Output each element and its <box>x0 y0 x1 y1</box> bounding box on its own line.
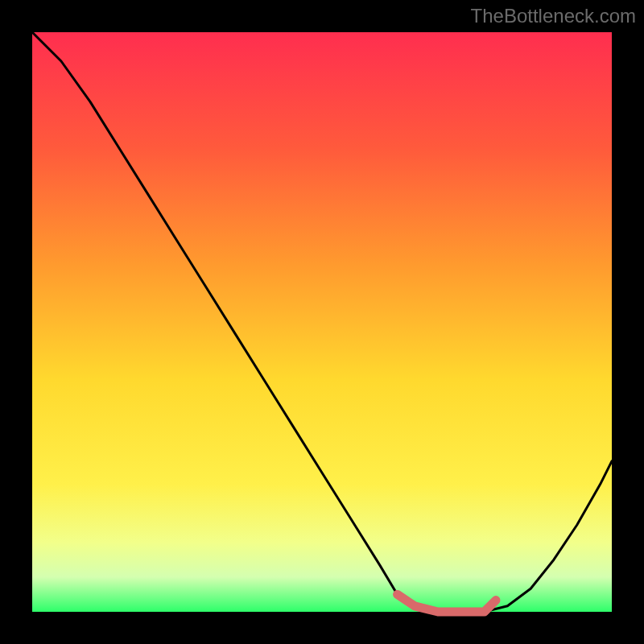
bottleneck-chart: TheBottleneck.com <box>0 0 644 644</box>
chart-container: TheBottleneck.com <box>0 0 644 644</box>
watermark-text: TheBottleneck.com <box>471 5 636 27</box>
chart-gradient-background <box>32 32 612 612</box>
